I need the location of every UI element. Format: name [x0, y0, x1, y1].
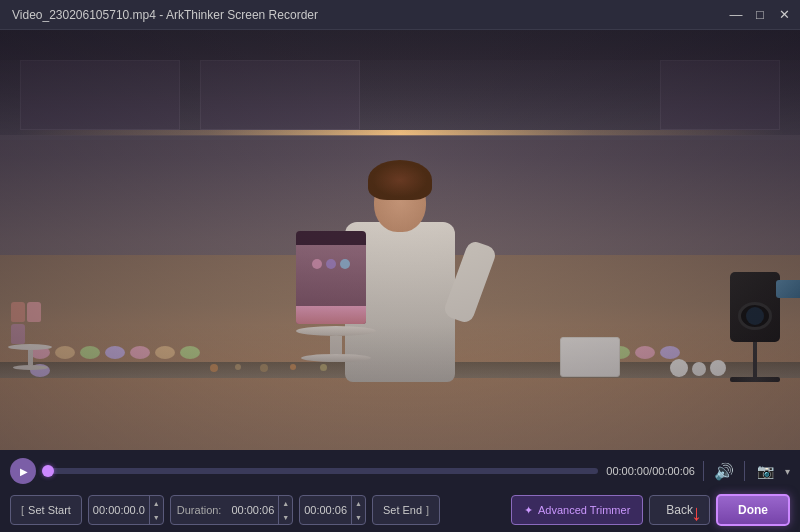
bracket-open: [ — [21, 504, 24, 516]
set-end-button[interactable]: Set End ] — [372, 495, 440, 525]
cake-top — [296, 231, 366, 245]
camera — [730, 272, 780, 382]
title-bar: Video_230206105710.mp4 - ArkThinker Scre… — [0, 0, 800, 30]
done-button-wrapper: Done ↓ — [716, 494, 790, 526]
white-box — [560, 337, 620, 377]
advanced-icon: ✦ — [524, 504, 533, 517]
camera-body — [730, 272, 780, 342]
cupcakes — [8, 299, 48, 344]
cupcake-2 — [27, 302, 41, 322]
advanced-trimmer-button[interactable]: ✦ Advanced Trimmer — [511, 495, 643, 525]
cake-body — [296, 239, 366, 324]
meringue-1 — [670, 359, 688, 377]
cupcake-1 — [11, 302, 25, 322]
cake-stand-base — [301, 354, 371, 362]
maximize-button[interactable]: □ — [752, 7, 768, 23]
cake-decorations — [311, 259, 351, 289]
duration-spinners: ▲ ▼ — [278, 496, 292, 524]
duration-value: 00:00:06 — [227, 504, 278, 516]
cabinet-right — [660, 60, 780, 130]
tripod-base — [730, 377, 780, 382]
progress-thumb[interactable] — [42, 465, 54, 477]
camera-lens-inner — [746, 307, 764, 325]
screenshot-button[interactable]: 📷 — [753, 459, 777, 483]
cake-stand-group — [296, 239, 376, 362]
controls-area: ▶ 00:00:00/00:00:06 🔊 📷 ▾ [ Set Start 00… — [0, 450, 800, 532]
time-display: 00:00:00/00:00:06 — [606, 465, 695, 477]
time-total: 00:00:06 — [652, 465, 695, 477]
separator-2 — [744, 461, 745, 481]
end-time-up[interactable]: ▲ — [352, 496, 365, 510]
end-time-spinners: ▲ ▼ — [351, 496, 365, 524]
screenshot-dropdown[interactable]: ▾ — [785, 466, 790, 477]
start-time-down[interactable]: ▼ — [150, 510, 163, 524]
cupcake-stand-base — [13, 365, 48, 370]
progress-row: ▶ 00:00:00/00:00:06 🔊 📷 ▾ — [0, 450, 800, 488]
cabinet-left — [20, 60, 180, 130]
set-end-label: Set End — [383, 504, 422, 516]
counter-front — [0, 378, 800, 450]
meringue-2 — [692, 362, 706, 376]
duration-down[interactable]: ▼ — [279, 510, 292, 524]
cake-stand-stem — [330, 336, 342, 354]
cupcake-stand — [8, 299, 52, 370]
bracket-close: ] — [426, 504, 429, 516]
set-start-label: Set Start — [28, 504, 71, 516]
duration-label: Duration: — [171, 504, 228, 516]
start-time-up[interactable]: ▲ — [150, 496, 163, 510]
back-button[interactable]: Back — [649, 495, 710, 525]
start-time-spinners: ▲ ▼ — [149, 496, 163, 524]
play-icon: ▶ — [20, 466, 28, 477]
minimize-button[interactable]: — — [728, 7, 744, 23]
cupcake-stand-stem — [28, 350, 33, 365]
start-time-value: 00:00:00.0 — [89, 504, 149, 516]
cake-pedestal — [296, 326, 376, 336]
person-head — [374, 172, 426, 232]
cake-frosting — [296, 306, 366, 324]
camera-lens — [738, 302, 772, 330]
meringues — [670, 359, 730, 377]
cupcake-3 — [11, 324, 25, 344]
play-button[interactable]: ▶ — [10, 458, 36, 484]
camera-icon: 📷 — [757, 463, 774, 479]
start-time-input[interactable]: 00:00:00.0 ▲ ▼ — [88, 495, 164, 525]
progress-track[interactable] — [44, 468, 598, 474]
sprinkles — [200, 364, 540, 376]
done-button[interactable]: Done — [716, 494, 790, 526]
macarons-left — [30, 346, 210, 377]
window-title: Video_230206105710.mp4 - ArkThinker Scre… — [12, 8, 318, 22]
meringue-3 — [710, 360, 726, 376]
separator-1 — [703, 461, 704, 481]
end-time-input[interactable]: 00:00:06 ▲ ▼ — [299, 495, 366, 525]
end-time-down[interactable]: ▼ — [352, 510, 365, 524]
tripod-stem — [753, 342, 757, 377]
cabinet-mid — [200, 60, 360, 130]
close-button[interactable]: ✕ — [776, 7, 792, 23]
window-controls: — □ ✕ — [728, 7, 792, 23]
volume-icon: 🔊 — [714, 462, 734, 481]
bottom-row: [ Set Start 00:00:00.0 ▲ ▼ Duration: 00:… — [0, 488, 800, 532]
end-time-value: 00:00:06 — [300, 504, 351, 516]
volume-button[interactable]: 🔊 — [712, 459, 736, 483]
video-thumbnail — [0, 30, 800, 450]
camera-screen — [776, 280, 800, 298]
video-preview — [0, 30, 800, 450]
duration-up[interactable]: ▲ — [279, 496, 292, 510]
person-hair — [368, 160, 432, 200]
advanced-label: Advanced Trimmer — [538, 504, 630, 516]
set-start-button[interactable]: [ Set Start — [10, 495, 82, 525]
time-current: 00:00:00 — [606, 465, 649, 477]
duration-input[interactable]: Duration: 00:00:06 ▲ ▼ — [170, 495, 293, 525]
